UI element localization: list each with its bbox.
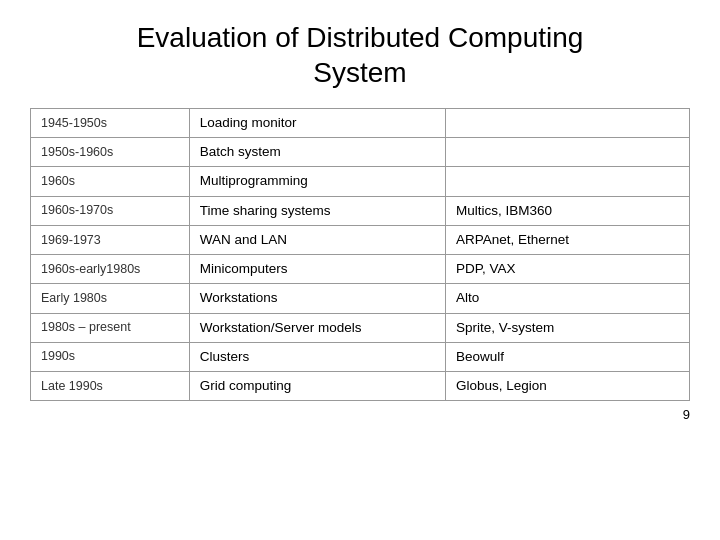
example-cell: Alto [445,284,689,313]
example-cell: Globus, Legion [445,371,689,400]
page-title: Evaluation of Distributed Computing Syst… [30,20,690,90]
table-row: 1990sClustersBeowulf [31,342,690,371]
example-cell: Beowulf [445,342,689,371]
concept-cell: Grid computing [189,371,445,400]
table-row: 1969-1973WAN and LANARPAnet, Ethernet [31,225,690,254]
table-row: 1960s-early1980sMinicomputersPDP, VAX [31,255,690,284]
era-cell: 1960s-1970s [31,196,190,225]
era-cell: 1950s-1960s [31,138,190,167]
concept-cell: Batch system [189,138,445,167]
era-cell: 1960s [31,167,190,196]
example-cell: Sprite, V-system [445,313,689,342]
table-row: 1960sMultiprogramming [31,167,690,196]
concept-cell: Loading monitor [189,109,445,138]
table-row: 1945-1950sLoading monitor [31,109,690,138]
era-cell: 1980s – present [31,313,190,342]
example-cell: Multics, IBM360 [445,196,689,225]
table-row: 1980s – presentWorkstation/Server models… [31,313,690,342]
era-cell: 1960s-early1980s [31,255,190,284]
era-cell: Late 1990s [31,371,190,400]
era-cell: Early 1980s [31,284,190,313]
table-row: Early 1980sWorkstationsAlto [31,284,690,313]
concept-cell: Multiprogramming [189,167,445,196]
era-cell: 1945-1950s [31,109,190,138]
example-cell: ARPAnet, Ethernet [445,225,689,254]
concept-cell: Clusters [189,342,445,371]
era-cell: 1990s [31,342,190,371]
page: Evaluation of Distributed Computing Syst… [0,0,720,540]
example-cell [445,138,689,167]
example-cell: PDP, VAX [445,255,689,284]
page-number: 9 [30,407,690,422]
concept-cell: Workstations [189,284,445,313]
history-table: 1945-1950sLoading monitor1950s-1960sBatc… [30,108,690,401]
table-row: 1950s-1960sBatch system [31,138,690,167]
example-cell [445,109,689,138]
example-cell [445,167,689,196]
table-row: 1960s-1970sTime sharing systemsMultics, … [31,196,690,225]
concept-cell: Time sharing systems [189,196,445,225]
table-row: Late 1990sGrid computingGlobus, Legion [31,371,690,400]
era-cell: 1969-1973 [31,225,190,254]
concept-cell: Minicomputers [189,255,445,284]
concept-cell: WAN and LAN [189,225,445,254]
concept-cell: Workstation/Server models [189,313,445,342]
